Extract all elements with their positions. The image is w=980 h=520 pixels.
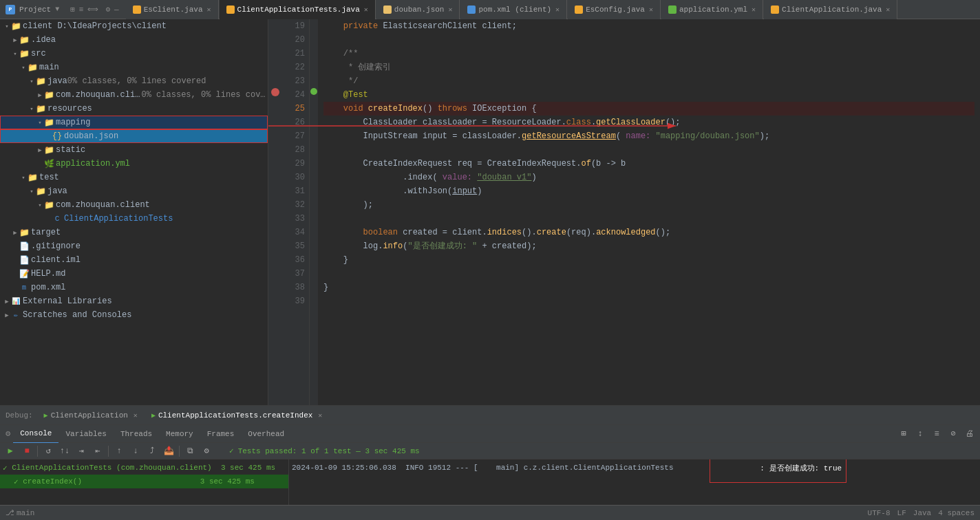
tab-appyaml[interactable]: application.yml ✕ bbox=[661, 0, 763, 19]
test-method-line[interactable]: ✓ createIndex() 3 sec 425 ms bbox=[0, 475, 288, 488]
close-icon[interactable]: ✕ bbox=[555, 6, 560, 14]
rerun-btn[interactable]: ↺ bbox=[41, 444, 56, 459]
status-encoding[interactable]: UTF-8 bbox=[868, 509, 891, 517]
close-icon[interactable]: ✕ bbox=[318, 411, 322, 420]
tree-item-scratches[interactable]: ▶ ✏ Scratches and Consoles bbox=[0, 308, 268, 322]
tree-item-test-package[interactable]: ▾ 📁 com.zhouquan.client bbox=[0, 198, 268, 212]
test-passed-text: Tests passed: 1 of 1 test — 3 sec 425 ms bbox=[238, 447, 420, 455]
tree-item-app-yml[interactable]: ▶ 🌿 application.yml bbox=[0, 157, 268, 171]
jump-btn[interactable]: ⤴ bbox=[145, 444, 160, 459]
status-indent[interactable]: 4 spaces bbox=[938, 509, 974, 517]
line-num-34: 34 bbox=[286, 226, 305, 239]
tab-esconfig[interactable]: EsConfig.java ✕ bbox=[568, 0, 661, 19]
breakpoint-gutter bbox=[268, 19, 282, 405]
status-git: ⎇ main bbox=[6, 508, 34, 517]
console-output-line: 2024-01-09 15:25:06.038 INFO 19512 --- [… bbox=[292, 461, 977, 475]
sort-btn[interactable]: ↑↓ bbox=[57, 444, 72, 459]
tree-label: mapping bbox=[56, 118, 90, 127]
close-icon[interactable]: ✕ bbox=[364, 6, 368, 14]
wrap-btn[interactable]: ↕ bbox=[913, 426, 928, 442]
tree-item-package[interactable]: ▶ 📁 com.zhouquan.client 0% classes, 0% l… bbox=[0, 88, 268, 102]
tree-item-iml[interactable]: ▶ 📄 client.iml bbox=[0, 253, 268, 267]
tree-item-static[interactable]: ▶ 📁 static bbox=[0, 143, 268, 157]
debug-tab-console[interactable]: Console bbox=[13, 424, 58, 444]
tree-item-idea[interactable]: ▶ 📁 .idea bbox=[0, 33, 268, 47]
clock-btn[interactable]: ⧉ bbox=[182, 444, 198, 459]
debug-tab-overhead[interactable]: Overhead bbox=[241, 424, 291, 444]
code-line-25: void createIndex () throws IOException { bbox=[323, 102, 974, 116]
code-line-37 bbox=[323, 267, 974, 281]
tree-item-client-tests[interactable]: ▶ C ClientApplicationTests bbox=[0, 212, 268, 226]
tree-item-target[interactable]: ▶ 📁 target bbox=[0, 226, 268, 239]
filter-btn[interactable]: ⊞ bbox=[896, 426, 911, 442]
settings-icon[interactable]: ⚙ bbox=[3, 429, 13, 439]
settings2-btn[interactable]: ⚙ bbox=[199, 444, 214, 459]
tree-item-gitignore[interactable]: ▶ 📄 .gitignore bbox=[0, 239, 268, 253]
debug-tab-memory[interactable]: Memory bbox=[159, 424, 200, 444]
status-line-ending[interactable]: LF bbox=[897, 509, 906, 517]
down-btn[interactable]: ↓ bbox=[128, 444, 143, 459]
code-editor[interactable]: private ElasticsearchClient client; /** … bbox=[318, 19, 980, 405]
tree-item-douban-json[interactable]: ▶ {} douban.json bbox=[0, 129, 268, 143]
yaml-icon bbox=[668, 6, 677, 14]
up-btn[interactable]: ↑ bbox=[111, 444, 127, 459]
close-icon[interactable]: ✕ bbox=[448, 6, 452, 14]
line-numbers: 19 20 21 22 23 24 25 26 27 28 29 30 31 3… bbox=[282, 19, 310, 405]
code-line-22: * 创建索引 bbox=[323, 61, 974, 74]
print-btn[interactable]: 🖨 bbox=[962, 426, 977, 442]
clear-btn[interactable]: ⊘ bbox=[946, 426, 961, 442]
tree-item-extlibs[interactable]: ▶ 📊 External Libraries bbox=[0, 294, 268, 308]
debug-session-tabs: Debug: ▶ ClientApplication ✕ ▶ ClientApp… bbox=[0, 406, 980, 425]
debug-tab-threads[interactable]: Threads bbox=[114, 424, 159, 444]
close-icon[interactable]: ✕ bbox=[134, 411, 138, 420]
debug-tab-variables[interactable]: Variables bbox=[58, 424, 113, 444]
tree-label: java bbox=[47, 76, 67, 86]
close-icon[interactable]: ✕ bbox=[752, 6, 756, 14]
tree-item-test[interactable]: ▾ 📁 test bbox=[0, 171, 268, 184]
code-container[interactable]: 19 20 21 22 23 24 25 26 27 28 29 30 31 3… bbox=[268, 19, 980, 405]
code-line-38: } bbox=[323, 281, 974, 294]
close-icon[interactable]: ✕ bbox=[207, 6, 211, 14]
method-call: create bbox=[537, 226, 566, 239]
line-num-22: 22 bbox=[286, 61, 305, 74]
tab-clientapptests[interactable]: ClientApplicationTests.java ✕ bbox=[220, 0, 376, 19]
tree-label: com.zhouquan.client bbox=[56, 200, 150, 210]
tree-item-mapping[interactable]: ▾ 📁 mapping bbox=[0, 116, 268, 129]
export-btn[interactable]: 📤 bbox=[161, 444, 176, 459]
code-line-39 bbox=[323, 294, 974, 308]
debug-tab-frames[interactable]: Frames bbox=[200, 424, 242, 444]
method-call: getResourceAsStream bbox=[522, 129, 616, 143]
code-text: ); bbox=[323, 198, 373, 212]
tree-label: External Libraries bbox=[23, 296, 112, 306]
close-icon[interactable]: ✕ bbox=[649, 6, 653, 14]
tree-item-src[interactable]: ▾ 📁 src bbox=[0, 47, 268, 61]
tree-item-resources[interactable]: ▾ 📁 resources bbox=[0, 102, 268, 116]
code-line-33 bbox=[323, 212, 974, 226]
tree-item-pom[interactable]: ▶ m pom.xml bbox=[0, 281, 268, 294]
tree-item-help[interactable]: ▶ 📝 HELP.md bbox=[0, 267, 268, 281]
tab-esclient[interactable]: EsClient.java ✕ bbox=[126, 0, 219, 19]
tree-item-main[interactable]: ▾ 📁 main bbox=[0, 61, 268, 74]
stop-btn[interactable]: ■ bbox=[19, 444, 34, 459]
tree-item-root[interactable]: ▾ 📁 client D:\IdeaProjects\client bbox=[0, 19, 268, 33]
run-btn[interactable]: ▶ bbox=[3, 444, 18, 459]
keyword: void bbox=[323, 102, 368, 116]
code-text bbox=[323, 88, 343, 102]
scroll-btn[interactable]: ≡ bbox=[929, 426, 944, 442]
tree-item-java[interactable]: ▾ 📁 java 0% classes, 0% lines covered bbox=[0, 74, 268, 88]
close-icon[interactable]: ✕ bbox=[886, 6, 890, 14]
code-line-28 bbox=[323, 143, 974, 157]
status-language[interactable]: Java bbox=[913, 509, 931, 517]
java-icon bbox=[133, 6, 141, 14]
expand-btn[interactable]: ⇥ bbox=[74, 444, 89, 459]
debug-session-clientapp[interactable]: ▶ ClientApplication ✕ bbox=[39, 406, 143, 425]
tab-clientapp[interactable]: ClientApplication.java ✕ bbox=[764, 0, 897, 19]
tree-label: client.iml bbox=[31, 255, 81, 265]
library-icon: 📊 bbox=[11, 296, 21, 306]
tab-douban[interactable]: douban.json ✕ bbox=[376, 0, 460, 19]
tree-item-test-java[interactable]: ▾ 📁 java bbox=[0, 184, 268, 198]
collapse-btn[interactable]: ⇤ bbox=[90, 444, 105, 459]
dropdown-arrow[interactable]: ▼ bbox=[55, 6, 59, 13]
debug-session-createindex[interactable]: ▶ ClientApplicationTests.createIndex ✕ bbox=[146, 406, 328, 425]
tab-pomxml[interactable]: pom.xml (client) ✕ bbox=[460, 0, 567, 19]
